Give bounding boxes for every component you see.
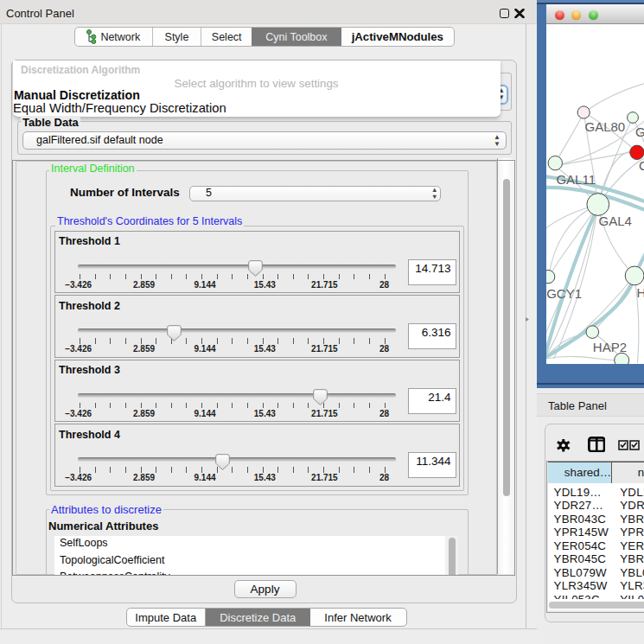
svg-text:GAL4: GAL4 xyxy=(598,214,631,228)
svg-text:GAL80: GAL80 xyxy=(584,119,625,134)
svg-text:G.: G. xyxy=(635,124,644,139)
svg-text:HAP2: HAP2 xyxy=(592,340,626,354)
svg-text:C: C xyxy=(639,158,644,173)
svg-text:H: H xyxy=(636,285,644,300)
svg-text:GCY1: GCY1 xyxy=(546,286,582,301)
svg-text:GAL11: GAL11 xyxy=(556,172,596,187)
